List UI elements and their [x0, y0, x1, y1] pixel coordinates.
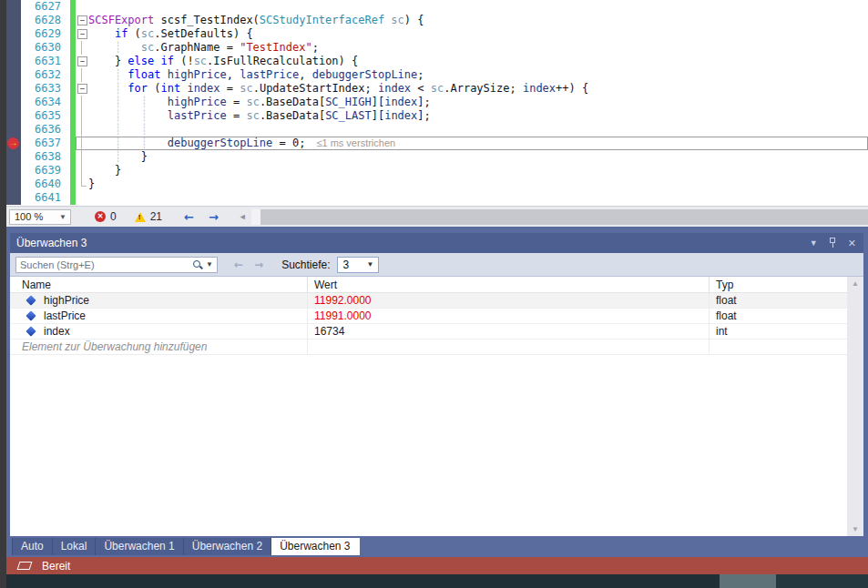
watch-row[interactable]: highPrice11992.0000float — [10, 293, 863, 309]
error-indicator[interactable]: ✕ 0 — [95, 210, 117, 223]
scroll-left-icon[interactable]: ◄ — [239, 212, 247, 221]
code-line-content[interactable] — [76, 0, 868, 14]
scroll-down-icon[interactable]: ▼ — [847, 525, 863, 533]
watch-title-bar[interactable]: Überwachen 3 ▼ ✕ — [10, 233, 863, 253]
watch-row[interactable]: index16734int — [10, 324, 863, 340]
scroll-up-icon[interactable]: ▲ — [847, 279, 863, 288]
watch-row[interactable]: lastPrice11991.0000float — [10, 309, 863, 324]
code-line-content[interactable]: ┊ ┊ debuggerStopLine = 0;≤1 ms verstrich… — [76, 137, 868, 150]
breakpoint-gutter[interactable]: → — [6, 137, 21, 150]
watch-name-cell[interactable]: highPrice — [10, 293, 308, 309]
breakpoint-gutter[interactable] — [6, 96, 21, 109]
watch-add-row[interactable]: Element zur Überwachung hinzufügen — [10, 340, 863, 355]
add-watch-label[interactable]: Element zur Überwachung hinzufügen — [10, 340, 308, 355]
breakpoint-gutter[interactable] — [6, 41, 21, 55]
breakpoint-gutter[interactable] — [6, 0, 21, 14]
breakpoint-gutter[interactable] — [6, 68, 21, 82]
code-line-content[interactable]: SCSFExport scsf_TestIndex(SCStudyInterfa… — [76, 14, 868, 27]
code-line[interactable]: 6627 — [6, 0, 868, 14]
zoom-select[interactable]: 100 % ▼ — [9, 209, 71, 225]
panel-separator[interactable] — [6, 227, 868, 233]
code-line[interactable]: 6640} — [6, 177, 868, 191]
search-icon[interactable] — [192, 259, 203, 270]
code-line[interactable]: 6631 } else if (!sc.IsFullRecalculation)… — [6, 55, 868, 68]
code-line-content[interactable]: } — [76, 164, 868, 177]
code-line[interactable]: 6633 ┊ for (int index = sc.UpdateStartIn… — [6, 82, 868, 96]
code-line[interactable]: 6638 ┊ } — [6, 150, 868, 164]
code-line-content[interactable]: ┊ float highPrice, lastPrice, debuggerSt… — [76, 68, 868, 82]
breakpoint-gutter[interactable] — [6, 123, 21, 137]
breakpoint-gutter[interactable] — [6, 14, 21, 27]
code-lines[interactable]: 66276628SCSFExport scsf_TestIndex(SCStud… — [6, 0, 868, 206]
watch-value-cell[interactable]: 11992.0000 — [308, 293, 710, 309]
breakpoint-gutter[interactable] — [6, 191, 21, 205]
search-prev-icon[interactable]: ← — [234, 259, 243, 271]
breakpoint-gutter[interactable] — [6, 55, 21, 68]
search-input[interactable] — [16, 259, 192, 270]
column-header-type[interactable]: Typ — [710, 277, 847, 293]
vertical-scrollbar[interactable]: ▲ ▼ — [847, 277, 863, 536]
watch-type-cell[interactable]: float — [710, 293, 847, 309]
search-next-icon[interactable]: → — [254, 259, 263, 271]
tab-auto[interactable]: Auto — [12, 538, 53, 555]
code-line[interactable]: 6632 ┊ float highPrice, lastPrice, debug… — [6, 68, 868, 82]
horizontal-scrollbar[interactable] — [251, 209, 868, 225]
navigate-forward-icon[interactable]: → — [209, 211, 219, 223]
column-header-name[interactable]: Name — [10, 277, 308, 293]
horizontal-scrollbar-thumb[interactable] — [260, 209, 868, 225]
breakpoint-gutter[interactable] — [6, 109, 21, 123]
code-line[interactable]: 6629 if (sc.SetDefaults) { — [6, 27, 868, 41]
search-options-chevron-icon[interactable]: ▼ — [203, 260, 217, 269]
watch-type-cell[interactable]: int — [710, 324, 847, 340]
tab-lokal[interactable]: Lokal — [53, 538, 97, 555]
fold-collapse-icon[interactable] — [76, 55, 88, 68]
watch-value-cell[interactable]: 11991.0000 — [308, 309, 710, 324]
code-line[interactable]: 6636 ┊ ┊ — [6, 123, 868, 137]
window-position-icon[interactable]: ▼ — [810, 238, 818, 248]
code-line-content[interactable]: ┊ ┊ lastPrice = sc.BaseData[SC_LAST][ind… — [76, 109, 868, 123]
code-line-content[interactable]: if (sc.SetDefaults) { — [76, 27, 868, 41]
close-icon[interactable]: ✕ — [848, 238, 856, 249]
tab-überwachen-3[interactable]: Überwachen 3 — [271, 538, 359, 555]
warning-indicator[interactable]: 21 — [135, 210, 162, 223]
code-line[interactable]: 6641 — [6, 191, 868, 205]
code-editor[interactable]: 66276628SCSFExport scsf_TestIndex(SCStud… — [6, 0, 868, 227]
code-line-content[interactable]: } — [76, 177, 868, 191]
breakpoint-gutter[interactable] — [6, 177, 21, 191]
breakpoint-gutter[interactable] — [6, 27, 21, 41]
code-line-content[interactable]: ┊ sc.GraphName = "TestIndex"; — [76, 41, 868, 55]
breakpoint-gutter[interactable] — [6, 150, 21, 164]
left-edge-strip — [0, 0, 6, 588]
watch-value-cell[interactable]: 16734 — [308, 324, 710, 340]
breakpoint-gutter[interactable] — [6, 164, 21, 177]
watch-name-cell[interactable]: index — [10, 324, 308, 340]
code-line[interactable]: 6630 ┊ sc.GraphName = "TestIndex"; — [6, 41, 868, 55]
navigate-back-icon[interactable]: ← — [184, 211, 194, 223]
code-token: .SetDefaults) { — [154, 27, 252, 40]
code-line-content[interactable]: ┊ for (int index = sc.UpdateStartIndex; … — [76, 82, 868, 96]
code-line[interactable]: 6634 ┊ ┊ highPrice = sc.BaseData[SC_HIGH… — [6, 96, 868, 109]
search-depth-select[interactable]: 3 ▼ — [337, 257, 379, 273]
breakpoint-current-statement-icon[interactable]: → — [7, 137, 19, 149]
code-line[interactable]: 6628SCSFExport scsf_TestIndex(SCStudyInt… — [6, 14, 868, 27]
search-box[interactable]: ▼ — [15, 257, 218, 273]
code-line[interactable]: 6635 ┊ ┊ lastPrice = sc.BaseData[SC_LAST… — [6, 109, 868, 123]
column-header-value[interactable]: Wert — [308, 277, 710, 293]
pin-icon[interactable] — [829, 238, 837, 248]
fold-collapse-icon[interactable] — [76, 82, 88, 96]
tab-überwachen-1[interactable]: Überwachen 1 — [96, 538, 183, 555]
tab-überwachen-2[interactable]: Überwachen 2 — [184, 538, 271, 555]
code-line-content[interactable] — [76, 191, 868, 205]
watch-type-cell[interactable]: float — [710, 309, 847, 324]
code-line[interactable]: 6639 } — [6, 164, 868, 177]
code-line-content[interactable]: ┊ } — [76, 150, 868, 164]
code-line[interactable]: →6637 ┊ ┊ debuggerStopLine = 0;≤1 ms ver… — [6, 137, 868, 150]
code-token: , — [227, 68, 240, 81]
code-line-content[interactable]: ┊ ┊ — [76, 123, 868, 137]
code-line-content[interactable]: ┊ ┊ highPrice = sc.BaseData[SC_HIGH][ind… — [76, 96, 868, 109]
breakpoint-gutter[interactable] — [6, 82, 21, 96]
fold-collapse-icon[interactable] — [76, 14, 88, 27]
code-line-content[interactable]: } else if (!sc.IsFullRecalculation) { — [76, 55, 868, 68]
watch-name-cell[interactable]: lastPrice — [10, 309, 308, 324]
fold-collapse-icon[interactable] — [76, 27, 88, 41]
